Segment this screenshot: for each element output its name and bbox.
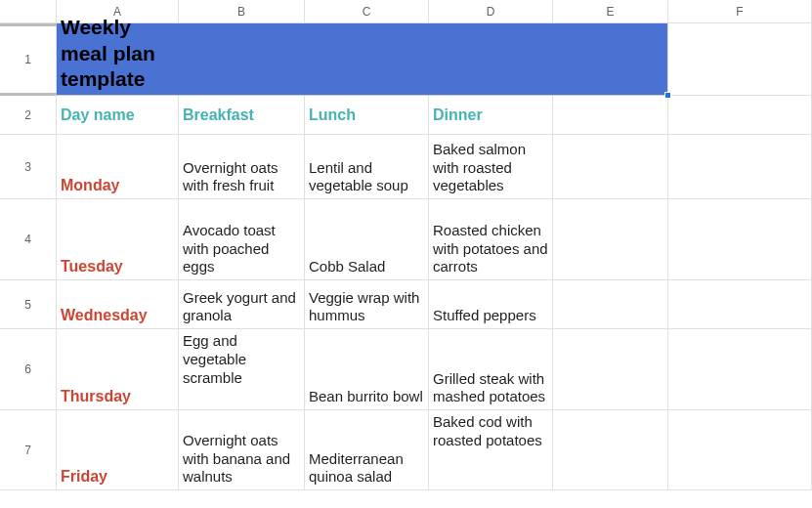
cell-c2[interactable]: Lunch — [305, 96, 429, 135]
cell-f1[interactable] — [668, 23, 812, 96]
cell-b5[interactable]: Greek yogurt and granola — [179, 280, 305, 329]
select-all-cell[interactable] — [0, 0, 57, 23]
cell-a6-day[interactable]: Thursday — [57, 329, 179, 410]
cell-c1[interactable] — [305, 23, 429, 96]
cell-b7[interactable]: Overnight oats with banana and walnuts — [179, 410, 305, 490]
row-header-2[interactable]: 2 — [0, 96, 57, 135]
cell-d6[interactable]: Grilled steak with mashed potatoes — [429, 329, 553, 410]
cell-f2[interactable] — [668, 96, 812, 135]
col-header-e[interactable]: E — [553, 0, 668, 23]
cell-e1[interactable] — [553, 23, 668, 96]
cell-e2[interactable] — [553, 96, 668, 135]
cell-f4[interactable] — [668, 199, 812, 280]
cell-e5[interactable] — [553, 280, 668, 329]
cell-c4[interactable]: Cobb Salad — [305, 199, 429, 280]
cell-f3[interactable] — [668, 135, 812, 199]
cell-a3-day[interactable]: Monday — [57, 135, 179, 199]
cell-a5-day[interactable]: Wednesday — [57, 280, 179, 329]
title-text: Weekly meal plan template — [61, 15, 175, 92]
cell-f6[interactable] — [668, 329, 812, 410]
cell-d7[interactable]: Baked cod with roasted potatoes — [429, 410, 553, 490]
col-header-f[interactable]: F — [668, 0, 812, 23]
cell-b4[interactable]: Avocado toast with poached eggs — [179, 199, 305, 280]
cell-b6[interactable]: Egg and vegetable scramble — [179, 329, 305, 410]
cell-b3[interactable]: Overnight oats with fresh fruit — [179, 135, 305, 199]
cell-f5[interactable] — [668, 280, 812, 329]
cell-a1-title[interactable]: Weekly meal plan template — [57, 23, 179, 96]
cell-d2[interactable]: Dinner — [429, 96, 553, 135]
col-header-d[interactable]: D — [429, 0, 553, 23]
cell-d5[interactable]: Stuffed peppers — [429, 280, 553, 329]
cell-f7[interactable] — [668, 410, 812, 490]
cell-d4[interactable]: Roasted chicken with potatoes and carrot… — [429, 199, 553, 280]
cell-e6[interactable] — [553, 329, 668, 410]
col-header-c[interactable]: C — [305, 0, 429, 23]
col-header-b[interactable]: B — [179, 0, 305, 23]
row-header-3[interactable]: 3 — [0, 135, 57, 199]
cell-a7-day[interactable]: Friday — [57, 410, 179, 490]
cell-b1[interactable] — [179, 23, 305, 96]
cell-a2[interactable]: Day name — [57, 96, 179, 135]
cell-c6[interactable]: Bean burrito bowl — [305, 329, 429, 410]
cell-e7[interactable] — [553, 410, 668, 490]
row-header-5[interactable]: 5 — [0, 280, 57, 329]
cell-c3[interactable]: Lentil and vegetable soup — [305, 135, 429, 199]
cell-e3[interactable] — [553, 135, 668, 199]
spreadsheet-grid[interactable]: A B C D E F 1 Weekly meal plan template … — [0, 0, 812, 490]
selection-handle[interactable] — [664, 92, 671, 99]
cell-d1[interactable] — [429, 23, 553, 96]
cell-c5[interactable]: Veggie wrap with hummus — [305, 280, 429, 329]
cell-e4[interactable] — [553, 199, 668, 280]
cell-b2[interactable]: Breakfast — [179, 96, 305, 135]
cell-d3[interactable]: Baked salmon with roasted vegetables — [429, 135, 553, 199]
row-header-1[interactable]: 1 — [0, 23, 57, 96]
row-header-6[interactable]: 6 — [0, 329, 57, 410]
row-header-7[interactable]: 7 — [0, 410, 57, 490]
row-header-4[interactable]: 4 — [0, 199, 57, 280]
cell-a4-day[interactable]: Tuesday — [57, 199, 179, 280]
cell-c7[interactable]: Mediterranean quinoa salad — [305, 410, 429, 490]
